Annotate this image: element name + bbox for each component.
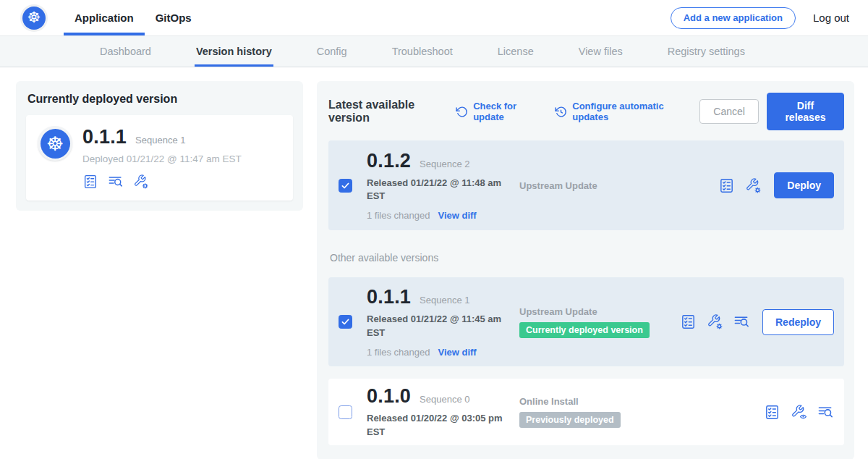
subnav-view-files-label: View files [579, 46, 623, 57]
subnav-registry-settings[interactable]: Registry settings [666, 36, 746, 67]
preflight-checklist-icon[interactable] [680, 313, 697, 330]
version-actions [764, 404, 834, 421]
version-info: 0.1.0 Sequence 0 Released 01/20/22 @ 03:… [367, 385, 519, 438]
files-changed-label: 1 files changed [367, 210, 430, 221]
version-info: 0.1.1 Sequence 1 Released 01/21/22 @ 11:… [367, 286, 519, 357]
tab-application[interactable]: Application [64, 0, 145, 35]
deployed-sequence-label: Sequence 1 [135, 135, 185, 146]
add-application-button[interactable]: Add a new application [671, 7, 796, 29]
app-logo: ☸ [20, 4, 48, 32]
available-versions-header: Latest available version Check for updat… [328, 93, 844, 130]
subnav-config-label: Config [317, 46, 347, 57]
deployed-version-number: 0.1.1 [82, 126, 127, 148]
deploy-logs-icon[interactable] [108, 174, 124, 190]
redeploy-button[interactable]: Redeploy [762, 309, 834, 335]
deployed-timestamp: Deployed 01/21/22 @ 11:47 am EST [82, 153, 242, 164]
subnav-troubleshoot[interactable]: Troubleshoot [391, 36, 454, 67]
files-changed-label: 1 files changed [367, 347, 430, 358]
subnav-view-files[interactable]: View files [577, 36, 624, 67]
deploy-logs-icon[interactable] [817, 404, 834, 421]
tab-gitops[interactable]: GitOps [145, 0, 203, 35]
top-tabs: Application GitOps [64, 0, 203, 35]
cancel-button[interactable]: Cancel [699, 99, 759, 124]
main-content: Currently deployed version ☸ 0.1.1 Seque… [0, 67, 868, 459]
available-versions-panel: Latest available version Check for updat… [317, 81, 854, 459]
subnav-license-label: License [498, 46, 534, 57]
subnav-license[interactable]: License [496, 36, 535, 67]
checkmark-icon [341, 317, 350, 327]
auto-update-clock-icon [555, 106, 567, 118]
config-wrench-gear-icon[interactable] [133, 174, 149, 190]
currently-deployed-panel: Currently deployed version ☸ 0.1.1 Seque… [16, 81, 303, 211]
kubernetes-wheel-glyph: ☸ [46, 134, 64, 153]
tab-application-label: Application [75, 12, 134, 24]
logout-link[interactable]: Log out [813, 12, 849, 24]
previously-deployed-badge: Previously deployed [519, 412, 621, 428]
kubernetes-logo-icon: ☸ [22, 7, 46, 30]
preflight-checklist-icon[interactable] [82, 174, 98, 190]
source-label: Upstream Update [519, 180, 718, 191]
subnav-version-history[interactable]: Version history [195, 36, 273, 67]
version-source: Upstream Update Currently deployed versi… [519, 306, 680, 338]
deployed-version-actions [82, 174, 242, 190]
config-wrench-gear-icon[interactable] [745, 177, 762, 194]
version-number: 0.1.0 [367, 385, 411, 408]
deployed-version-card: ☸ 0.1.1 Sequence 1 Deployed 01/21/22 @ 1… [26, 115, 293, 201]
source-label: Upstream Update [519, 306, 680, 317]
version-row-0-1-1: 0.1.1 Sequence 1 Released 01/21/22 @ 11:… [328, 277, 844, 366]
deploy-logs-icon[interactable] [733, 313, 750, 330]
released-timestamp: Released 01/20/22 @ 03:05 pm EST [367, 412, 509, 438]
subnav-version-history-label: Version history [196, 46, 272, 57]
version-source: Online Install Previously deployed [519, 396, 764, 428]
version-select-checkbox[interactable] [339, 405, 352, 419]
version-select-checkbox[interactable] [339, 179, 352, 193]
version-source: Upstream Update [519, 180, 718, 191]
view-diff-link[interactable]: View diff [438, 347, 476, 358]
other-versions-label: Other available versions [330, 252, 844, 264]
configure-automatic-updates-label: Configure automatic updates [572, 101, 681, 122]
deployed-panel-title: Currently deployed version [26, 91, 293, 106]
released-timestamp: Released 01/21/22 @ 11:45 am EST [367, 313, 509, 339]
subnav-registry-settings-label: Registry settings [668, 46, 745, 57]
version-actions: Redeploy [680, 309, 834, 335]
sequence-label: Sequence 0 [420, 394, 469, 405]
check-for-update-link[interactable]: Check for update [456, 101, 536, 122]
source-label: Online Install [519, 396, 764, 407]
top-nav: ☸ Application GitOps Add a new applicati… [0, 0, 868, 36]
config-wrench-gear-icon[interactable] [707, 313, 723, 330]
version-info: 0.1.2 Sequence 2 Released 01/21/22 @ 11:… [367, 150, 519, 221]
version-number: 0.1.2 [367, 150, 411, 172]
tab-gitops-label: GitOps [156, 12, 192, 24]
version-actions: Deploy [718, 172, 834, 198]
subnav-dashboard-label: Dashboard [100, 46, 151, 57]
version-row-0-1-0: 0.1.0 Sequence 0 Released 01/20/22 @ 03:… [328, 379, 844, 445]
released-timestamp: Released 01/21/22 @ 11:48 am EST [367, 177, 509, 203]
top-nav-right: Add a new application Log out [671, 0, 868, 35]
deployed-version-details: 0.1.1 Sequence 1 Deployed 01/21/22 @ 11:… [82, 126, 242, 190]
version-number: 0.1.1 [367, 286, 411, 308]
preflight-checklist-icon[interactable] [718, 177, 735, 194]
sequence-label: Sequence 2 [420, 159, 469, 169]
app-logo-avatar: ☸ [38, 126, 72, 161]
version-row-0-1-2: 0.1.2 Sequence 2 Released 01/21/22 @ 11:… [328, 140, 844, 230]
preflight-checklist-icon[interactable] [764, 404, 780, 421]
version-select-checkbox[interactable] [339, 315, 352, 329]
check-for-update-label: Check for update [473, 101, 536, 122]
checkmark-icon [341, 181, 350, 190]
subnav-dashboard[interactable]: Dashboard [98, 36, 153, 67]
deploy-button[interactable]: Deploy [774, 172, 834, 198]
latest-available-title: Latest available version [328, 98, 440, 125]
currently-deployed-badge: Currently deployed version [519, 322, 650, 338]
view-diff-link[interactable]: View diff [438, 210, 476, 221]
refresh-icon [456, 106, 468, 118]
configure-automatic-updates-link[interactable]: Configure automatic updates [555, 101, 681, 122]
sequence-label: Sequence 1 [420, 295, 469, 306]
admin-console: ☸ Application GitOps Add a new applicati… [0, 0, 868, 459]
kubernetes-logo-icon: ☸ [41, 129, 70, 159]
kubernetes-wheel-glyph: ☸ [27, 10, 41, 25]
subnav-config[interactable]: Config [315, 36, 349, 67]
app-sub-nav: Dashboard Version history Config Trouble… [0, 36, 868, 67]
config-view-wrench-eye-icon[interactable] [791, 404, 807, 421]
subnav-troubleshoot-label: Troubleshoot [392, 46, 453, 57]
diff-releases-button[interactable]: Diff releases [767, 93, 844, 130]
